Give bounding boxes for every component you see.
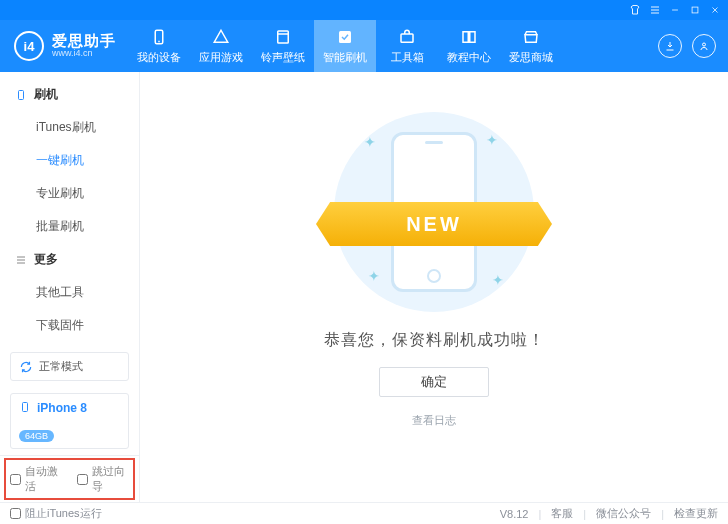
success-message: 恭喜您，保资料刷机成功啦！ — [324, 330, 545, 351]
svg-rect-3 — [339, 31, 351, 43]
main-panel: ✦ ✦ ✦ ✦ NEW 恭喜您，保资料刷机成功啦！ 确定 查看日志 — [140, 72, 728, 502]
tab-tools[interactable]: 工具箱 — [376, 20, 438, 72]
shop-icon — [521, 27, 541, 47]
apps-icon — [211, 27, 231, 47]
sidebar-item-advanced[interactable]: 高级功能 — [0, 342, 139, 346]
sidebar-group-title: 刷机 — [34, 86, 58, 103]
tab-apps[interactable]: 应用游戏 — [190, 20, 252, 72]
block-itunes-input[interactable] — [10, 508, 21, 519]
tab-label: 应用游戏 — [199, 50, 243, 65]
tab-tutorial[interactable]: 教程中心 — [438, 20, 500, 72]
phone-small-icon — [14, 88, 28, 102]
sparkle-icon: ✦ — [486, 132, 498, 148]
statusbar: 阻止iTunes运行 V8.12 | 客服 | 微信公众号 | 检查更新 — [0, 502, 728, 524]
close-icon[interactable] — [708, 3, 722, 17]
device-box[interactable]: iPhone 8 64GB — [10, 393, 129, 449]
hero-illustration: ✦ ✦ ✦ ✦ NEW — [334, 112, 534, 312]
svg-rect-4 — [401, 34, 413, 42]
skip-wizard-input[interactable] — [77, 474, 88, 485]
sparkle-icon: ✦ — [492, 272, 504, 288]
svg-point-5 — [703, 43, 706, 46]
menu-icon[interactable] — [648, 3, 662, 17]
tab-label: 工具箱 — [391, 50, 424, 65]
account-button[interactable] — [692, 34, 716, 58]
sparkle-icon: ✦ — [364, 134, 376, 150]
customer-service-link[interactable]: 客服 — [551, 506, 573, 521]
tab-ringtone[interactable]: 铃声壁纸 — [252, 20, 314, 72]
flash-icon — [335, 27, 355, 47]
sidebar-group-flash: 刷机 — [0, 78, 139, 111]
tab-label: 教程中心 — [447, 50, 491, 65]
logo-name-en: www.i4.cn — [52, 48, 116, 59]
header-tabs: 我的设备 应用游戏 铃声壁纸 智能刷机 工具箱 教程中心 爱思商城 — [128, 20, 646, 72]
svg-rect-2 — [278, 31, 289, 43]
block-itunes-checkbox[interactable]: 阻止iTunes运行 — [10, 506, 102, 521]
skin-icon[interactable] — [628, 3, 642, 17]
sidebar-item-itunes-flash[interactable]: iTunes刷机 — [0, 111, 139, 144]
separator: | — [583, 508, 586, 520]
mode-box[interactable]: 正常模式 — [10, 352, 129, 381]
sidebar: 刷机 iTunes刷机 一键刷机 专业刷机 批量刷机 更多 其他工具 下载固件 … — [0, 72, 140, 502]
logo-text: 爱思助手 www.i4.cn — [52, 33, 116, 59]
mode-label: 正常模式 — [39, 359, 83, 374]
version-label: V8.12 — [500, 508, 529, 520]
sidebar-item-batch-flash[interactable]: 批量刷机 — [0, 210, 139, 243]
tab-label: 我的设备 — [137, 50, 181, 65]
block-itunes-label: 阻止iTunes运行 — [25, 506, 102, 521]
check-update-link[interactable]: 检查更新 — [674, 506, 718, 521]
sidebar-group-more: 更多 — [0, 243, 139, 276]
auto-activate-label: 自动激活 — [25, 464, 63, 494]
app-header: i4 爱思助手 www.i4.cn 我的设备 应用游戏 铃声壁纸 智能刷机 工具… — [0, 20, 728, 72]
storage-badge: 64GB — [19, 430, 54, 442]
svg-rect-0 — [692, 7, 698, 13]
tab-flash[interactable]: 智能刷机 — [314, 20, 376, 72]
header-right — [646, 20, 728, 72]
new-ribbon: NEW — [316, 202, 552, 246]
sparkle-icon: ✦ — [368, 268, 380, 284]
wechat-link[interactable]: 微信公众号 — [596, 506, 651, 521]
book-icon — [459, 27, 479, 47]
sidebar-item-pro-flash[interactable]: 专业刷机 — [0, 177, 139, 210]
tab-label: 铃声壁纸 — [261, 50, 305, 65]
separator: | — [661, 508, 664, 520]
sidebar-item-onekey-flash[interactable]: 一键刷机 — [0, 144, 139, 177]
skip-wizard-checkbox[interactable]: 跳过向导 — [77, 464, 130, 494]
app-logo: i4 爱思助手 www.i4.cn — [0, 20, 128, 72]
phone-tiny-icon — [19, 400, 31, 416]
tab-device[interactable]: 我的设备 — [128, 20, 190, 72]
skip-wizard-label: 跳过向导 — [92, 464, 130, 494]
svg-rect-6 — [19, 90, 24, 99]
window-titlebar — [0, 0, 728, 20]
separator: | — [538, 508, 541, 520]
view-log-link[interactable]: 查看日志 — [412, 413, 456, 428]
download-button[interactable] — [658, 34, 682, 58]
phone-icon — [149, 27, 169, 47]
tab-label: 智能刷机 — [323, 50, 367, 65]
logo-name-cn: 爱思助手 — [52, 33, 116, 48]
maximize-icon[interactable] — [688, 3, 702, 17]
activate-row: 自动激活 跳过向导 — [0, 455, 139, 502]
ok-button[interactable]: 确定 — [379, 367, 489, 397]
tab-label: 爱思商城 — [509, 50, 553, 65]
sidebar-group-title: 更多 — [34, 251, 58, 268]
tab-mall[interactable]: 爱思商城 — [500, 20, 562, 72]
sidebar-item-download-fw[interactable]: 下载固件 — [0, 309, 139, 342]
wallpaper-icon — [273, 27, 293, 47]
refresh-icon — [19, 360, 33, 374]
toolbox-icon — [397, 27, 417, 47]
auto-activate-input[interactable] — [10, 474, 21, 485]
minimize-icon[interactable] — [668, 3, 682, 17]
svg-rect-7 — [23, 403, 28, 412]
device-name: iPhone 8 — [37, 401, 87, 415]
more-icon — [14, 253, 28, 267]
app-body: 刷机 iTunes刷机 一键刷机 专业刷机 批量刷机 更多 其他工具 下载固件 … — [0, 72, 728, 502]
sidebar-item-other-tools[interactable]: 其他工具 — [0, 276, 139, 309]
logo-badge: i4 — [14, 31, 44, 61]
auto-activate-checkbox[interactable]: 自动激活 — [10, 464, 63, 494]
